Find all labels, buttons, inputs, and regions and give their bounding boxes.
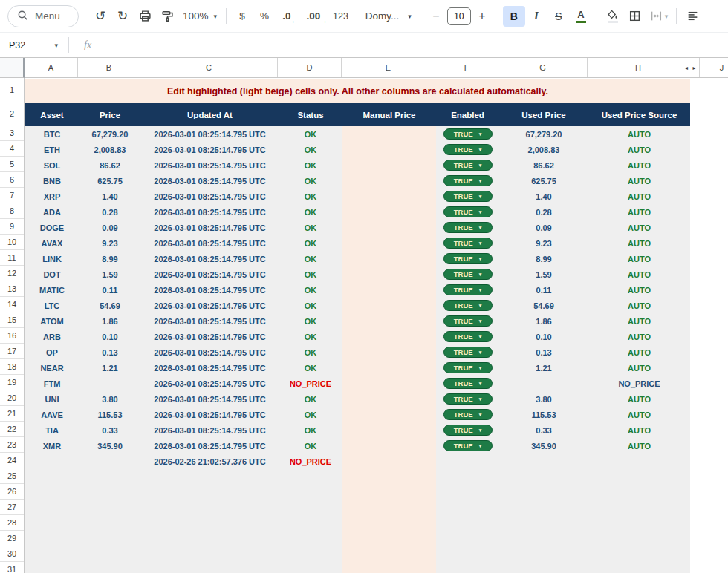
row-header-9[interactable]: 9 <box>0 219 24 235</box>
cell-used-price[interactable]: 0.11 <box>499 282 588 298</box>
cell-updated-at[interactable]: 2026-03-01 08:25:14.795 UTC <box>141 391 279 407</box>
decrease-decimals-button[interactable]: .0← <box>276 6 298 27</box>
cell-status[interactable] <box>279 516 342 531</box>
cell-used-price-source[interactable]: AUTO <box>588 142 690 157</box>
cell-status[interactable]: OK <box>279 173 342 189</box>
cell-enabled[interactable] <box>436 547 499 563</box>
enabled-dropdown[interactable]: TRUE▾ <box>443 238 493 249</box>
cell-price[interactable]: 3.80 <box>79 391 141 407</box>
cell-enabled[interactable] <box>436 563 499 573</box>
cell-updated-at[interactable]: 2026-03-01 08:25:14.795 UTC <box>141 376 279 391</box>
cell-status[interactable]: OK <box>279 282 342 298</box>
row-header-5[interactable]: 5 <box>0 157 24 172</box>
row-header-27[interactable]: 27 <box>0 500 24 515</box>
cell-price[interactable]: 1.40 <box>79 189 141 204</box>
cell-updated-at[interactable]: 2026-03-01 08:25:14.795 UTC <box>141 220 279 235</box>
cell-price[interactable] <box>79 376 141 391</box>
cell-asset[interactable]: AVAX <box>25 235 79 251</box>
column-header-G[interactable]: G <box>498 58 588 77</box>
paint-format-button[interactable] <box>156 6 178 27</box>
cell-status[interactable] <box>279 485 342 500</box>
cell-status[interactable]: OK <box>279 438 342 454</box>
cell-manual-price[interactable] <box>342 157 436 173</box>
cell-status[interactable]: OK <box>279 298 342 313</box>
cell-enabled[interactable]: TRUE▾ <box>436 313 499 329</box>
cell-enabled[interactable]: TRUE▾ <box>436 142 499 157</box>
cell-price[interactable]: 115.53 <box>79 407 141 422</box>
cell-price[interactable]: 0.33 <box>79 422 141 438</box>
cell-used-price-source[interactable]: AUTO <box>588 329 690 344</box>
cell-manual-price[interactable] <box>342 173 436 189</box>
cell-asset[interactable] <box>25 454 79 469</box>
cell-asset[interactable]: FTM <box>25 376 79 391</box>
cell-asset[interactable]: SOL <box>25 157 79 173</box>
cell-enabled[interactable] <box>436 469 499 485</box>
cell-used-price-source[interactable]: AUTO <box>588 313 690 329</box>
cell-asset[interactable]: ETH <box>25 142 79 157</box>
cell-status[interactable]: OK <box>279 142 342 157</box>
cell-updated-at[interactable]: 2026-03-01 08:25:14.795 UTC <box>141 344 279 360</box>
row-header-1[interactable]: 1 <box>0 78 24 102</box>
cell-used-price-source[interactable]: AUTO <box>588 173 690 189</box>
cell-status[interactable]: OK <box>279 235 342 251</box>
cell-updated-at[interactable]: 2026-03-01 08:25:14.795 UTC <box>141 142 279 157</box>
row-header-13[interactable]: 13 <box>0 281 24 297</box>
cell-used-price[interactable]: 345.90 <box>499 438 588 454</box>
cell-used-price[interactable]: 8.99 <box>499 251 588 266</box>
cell-manual-price[interactable] <box>342 344 436 360</box>
cell-used-price[interactable]: 1.40 <box>499 189 588 204</box>
cell-manual-price[interactable] <box>342 360 436 376</box>
cell-used-price[interactable] <box>499 516 588 531</box>
row-header-22[interactable]: 22 <box>0 422 24 437</box>
cell-used-price[interactable] <box>499 454 588 469</box>
row-header-23[interactable]: 23 <box>0 437 24 453</box>
cell-updated-at[interactable]: 2026-03-01 08:25:14.795 UTC <box>141 157 279 173</box>
cell-price[interactable]: 0.10 <box>79 329 141 344</box>
cell-asset[interactable]: BTC <box>25 126 79 142</box>
enabled-dropdown[interactable]: TRUE▾ <box>443 347 493 358</box>
cell-asset[interactable]: MATIC <box>25 282 79 298</box>
cell-enabled[interactable]: TRUE▾ <box>436 329 499 344</box>
undo-button[interactable]: ↺ <box>89 6 111 27</box>
cell-manual-price[interactable] <box>342 126 436 142</box>
cell-enabled[interactable]: TRUE▾ <box>436 266 499 282</box>
cell-enabled[interactable] <box>436 531 499 547</box>
cell-price[interactable]: 2,008.83 <box>79 142 141 157</box>
cell-manual-price[interactable] <box>342 547 436 563</box>
zoom-select[interactable]: 100% ▾ <box>178 6 221 27</box>
cell-used-price[interactable]: 54.69 <box>499 298 588 313</box>
cell-manual-price[interactable] <box>342 516 436 531</box>
enabled-dropdown[interactable]: TRUE▾ <box>443 160 493 171</box>
increase-font-size-button[interactable]: + <box>471 6 493 27</box>
cell-asset[interactable]: ARB <box>25 329 79 344</box>
cell-status[interactable] <box>279 563 342 573</box>
cell-manual-price[interactable] <box>342 235 436 251</box>
cell-enabled[interactable]: TRUE▾ <box>436 391 499 407</box>
enabled-dropdown[interactable]: TRUE▾ <box>443 300 493 311</box>
banner-cell[interactable]: Edit highlighted (light beige) cells onl… <box>25 79 690 103</box>
cell-status[interactable]: NO_PRICE <box>279 376 342 391</box>
cell-used-price-source[interactable] <box>588 469 690 485</box>
cell-price[interactable]: 0.09 <box>79 220 141 235</box>
cell-used-price-source[interactable]: AUTO <box>588 298 690 313</box>
cell-status[interactable] <box>279 531 342 547</box>
decrease-font-size-button[interactable]: − <box>425 6 447 27</box>
cell-used-price-source[interactable]: AUTO <box>588 360 690 376</box>
enabled-dropdown[interactable]: TRUE▾ <box>443 128 493 140</box>
formula-input[interactable] <box>91 33 728 57</box>
row-header-31[interactable]: 31 <box>0 562 24 573</box>
cell-asset[interactable]: ATOM <box>25 313 79 329</box>
cell-used-price-source[interactable]: AUTO <box>588 407 690 422</box>
select-all-corner[interactable] <box>0 58 25 78</box>
text-color-button[interactable]: A <box>570 6 592 27</box>
row-header-10[interactable]: 10 <box>0 235 24 250</box>
cell-updated-at[interactable]: 2026-03-01 08:25:14.795 UTC <box>141 204 279 220</box>
name-box[interactable]: P32 ▾ <box>0 40 64 50</box>
cell-manual-price[interactable] <box>342 313 436 329</box>
cell-updated-at[interactable]: 2026-03-01 08:25:14.795 UTC <box>141 329 279 344</box>
row-header-6[interactable]: 6 <box>0 172 24 188</box>
cell-used-price-source[interactable]: AUTO <box>588 282 690 298</box>
cell-manual-price[interactable] <box>342 282 436 298</box>
cell-updated-at[interactable]: 2026-03-01 08:25:14.795 UTC <box>141 298 279 313</box>
cell-updated-at[interactable] <box>141 500 279 516</box>
